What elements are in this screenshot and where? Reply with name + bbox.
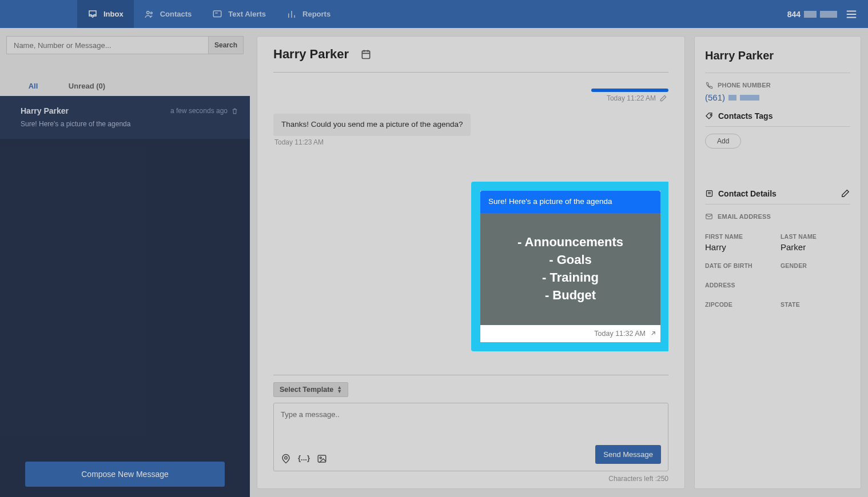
message-bubble-redacted [591, 89, 668, 92]
menu-icon[interactable] [845, 8, 858, 21]
contacts-tags-title: Contacts Tags [705, 111, 850, 127]
address-field: ADDRESS [705, 282, 850, 291]
search-input[interactable] [6, 36, 208, 54]
edit-icon[interactable] [659, 94, 667, 102]
variable-icon[interactable]: {...} [298, 454, 310, 464]
contacts-icon [144, 9, 154, 19]
chat-title: Harry Parker [273, 47, 349, 62]
attached-image[interactable]: - Announcements - Goals - Training - Bud… [480, 213, 660, 325]
nav-contacts-label: Contacts [160, 10, 192, 18]
conversation-item[interactable]: Harry Parker a few seconds ago Sure! Her… [0, 96, 250, 139]
delete-icon[interactable] [231, 107, 238, 115]
highlight-box: Sure! Here's a picture of the agenda - A… [472, 183, 668, 350]
message-out: Today 11:22 AM [273, 89, 668, 110]
last-name-field: LAST NAME Parker [781, 233, 850, 252]
text-alerts-icon [212, 9, 222, 19]
nav-reports-label: Reports [302, 10, 331, 18]
phone-number[interactable]: (561) [705, 93, 850, 102]
open-icon[interactable] [650, 330, 657, 337]
nav-text-alerts-label: Text Alerts [228, 10, 266, 18]
edit-details-icon[interactable] [841, 189, 850, 198]
details-icon [705, 189, 714, 198]
phone-icon [705, 81, 713, 89]
gender-field: GENDER [781, 262, 850, 271]
email-icon [705, 213, 713, 221]
topbar-right: 844 [787, 8, 858, 21]
conv-preview: Sure! Here's a picture of the agenda [21, 120, 238, 128]
email-label: EMAIL ADDRESS [705, 213, 850, 221]
first-name-field: FIRST NAME Harry [705, 233, 775, 252]
calendar-icon[interactable] [360, 49, 372, 60]
nav-reports[interactable]: Reports [276, 0, 341, 28]
svg-point-6 [320, 457, 321, 459]
state-field: STATE [781, 301, 850, 310]
composer-section: Select Template ▲▼ {...} [273, 375, 668, 483]
location-icon[interactable] [281, 454, 291, 464]
topbar: Inbox Contacts Text Alerts Reports 844 [0, 0, 868, 28]
sidebar: Search All Unread (0) Harry Parker a few… [0, 28, 250, 497]
nav-inbox[interactable]: Inbox [77, 0, 134, 28]
message-in: Thanks! Could you send me a picture of t… [273, 114, 668, 154]
zipcode-field: ZIPCODE [705, 301, 775, 310]
svg-rect-3 [362, 51, 369, 58]
compose-button[interactable]: Compose New Message [25, 462, 225, 487]
inbox-icon [87, 9, 98, 19]
primary-nav: Inbox Contacts Text Alerts Reports [0, 0, 341, 28]
message-out-highlighted: Sure! Here's a picture of the agenda - A… [273, 183, 668, 350]
svg-rect-2 [214, 11, 222, 17]
search-button[interactable]: Search [208, 36, 244, 54]
account-number: 844 [787, 10, 837, 19]
image-icon[interactable] [317, 454, 327, 464]
svg-rect-5 [318, 455, 326, 462]
updown-icon: ▲▼ [337, 386, 342, 394]
contact-name: Harry Parker [705, 49, 850, 73]
svg-point-1 [150, 12, 152, 14]
svg-point-7 [710, 114, 711, 115]
svg-point-4 [285, 456, 288, 459]
svg-point-0 [146, 11, 149, 14]
nav-contacts[interactable]: Contacts [134, 0, 202, 28]
message-bubble: Sure! Here's a picture of the agenda [480, 191, 660, 213]
phone-label: PHONE NUMBER [705, 81, 850, 89]
message-time: Today 11:22 AM [607, 94, 667, 102]
message-input[interactable] [281, 410, 661, 444]
dob-field: DATE OF BIRTH [705, 262, 775, 271]
conv-time: a few seconds ago [170, 107, 238, 115]
contact-details-title: Contact Details [705, 189, 850, 205]
chat-panel: Harry Parker Today 11:22 AM Than [257, 36, 685, 489]
message-time: Today 11:23 AM [274, 138, 324, 146]
chat-header: Harry Parker [273, 47, 668, 73]
search-bar: Search [6, 36, 244, 54]
composer: {...} Send Message [273, 403, 668, 471]
contact-details-panel: Harry Parker PHONE NUMBER (561) Contacts… [694, 36, 861, 489]
composer-tools: {...} [281, 454, 327, 464]
characters-left: Characters left :250 [273, 475, 668, 483]
conversation-list: Harry Parker a few seconds ago Sure! Her… [0, 96, 250, 454]
conv-name: Harry Parker [21, 106, 69, 115]
message-time: Today 11:32 AM [480, 325, 660, 338]
nav-inbox-label: Inbox [103, 10, 124, 18]
add-tag-button[interactable]: Add [705, 134, 741, 149]
send-button[interactable]: Send Message [595, 445, 661, 464]
message-bubble: Thanks! Could you send me a picture of t… [273, 114, 471, 136]
tag-icon [705, 112, 714, 121]
template-select[interactable]: Select Template ▲▼ [273, 382, 348, 397]
messages: Today 11:22 AM Thanks! Could you send me… [273, 73, 668, 375]
nav-text-alerts[interactable]: Text Alerts [202, 0, 276, 28]
reports-icon [286, 9, 297, 19]
